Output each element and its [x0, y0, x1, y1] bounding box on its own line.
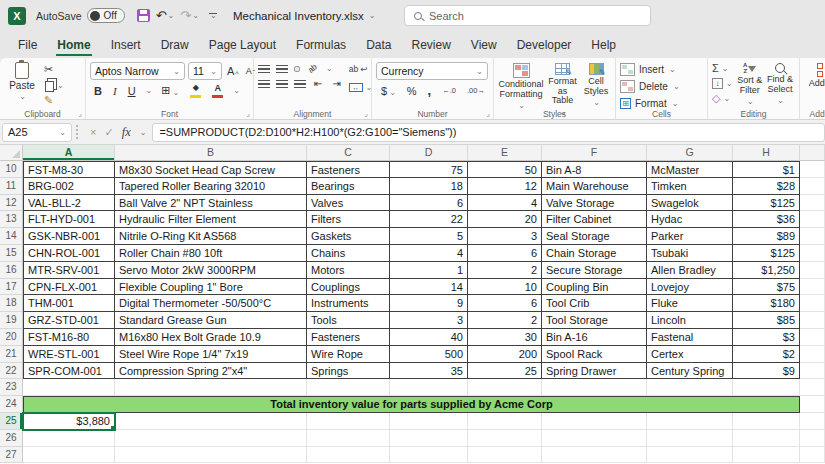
- cell-D17[interactable]: 14: [390, 279, 468, 296]
- cell-H17[interactable]: $75: [733, 279, 800, 296]
- tab-insert[interactable]: Insert: [101, 31, 151, 58]
- search-box[interactable]: Search: [404, 5, 651, 26]
- cell-F13[interactable]: Filter Cabinet: [542, 211, 647, 228]
- select-all-corner[interactable]: [0, 145, 23, 161]
- cell-I23[interactable]: [800, 379, 825, 396]
- cell-H16[interactable]: $1,250: [733, 262, 800, 279]
- cell-B11[interactable]: Tapered Roller Bearing 32010: [115, 178, 307, 195]
- cell-D22[interactable]: 35: [390, 363, 468, 380]
- sort-filter-button[interactable]: AZ Sort & Filter ⌄: [735, 62, 765, 108]
- decrease-indent-button[interactable]: ⇤: [312, 78, 324, 89]
- font-name-select[interactable]: Aptos Narrow⌄: [90, 62, 185, 80]
- cell-B17[interactable]: Flexible Coupling 1" Bore: [115, 279, 307, 296]
- cell-D25[interactable]: [390, 413, 468, 430]
- percent-style-button[interactable]: %: [405, 85, 419, 97]
- row-header-16[interactable]: 16: [0, 262, 23, 279]
- cell-E27[interactable]: [468, 447, 542, 464]
- cell-G10[interactable]: McMaster: [647, 161, 733, 178]
- tab-view[interactable]: View: [461, 31, 507, 58]
- tab-data[interactable]: Data: [356, 31, 401, 58]
- cell-E20[interactable]: 30: [468, 329, 542, 346]
- cell-E16[interactable]: 2: [468, 262, 542, 279]
- cell-C25[interactable]: [307, 413, 390, 430]
- cell-H15[interactable]: $125: [733, 245, 800, 262]
- cell-C20[interactable]: Fasteners: [307, 329, 390, 346]
- cell-H11[interactable]: $28: [733, 178, 800, 195]
- cell-F27[interactable]: [542, 447, 647, 464]
- cell-H25[interactable]: [733, 413, 800, 430]
- cell-C12[interactable]: Valves: [307, 195, 390, 212]
- cell-C14[interactable]: Gaskets: [307, 228, 390, 245]
- row-header-18[interactable]: 18: [0, 295, 23, 312]
- row-header-12[interactable]: 12: [0, 195, 23, 212]
- cell-styles-button[interactable]: ✎ Cell Styles ⌄: [581, 62, 611, 109]
- cell-F25[interactable]: [542, 413, 647, 430]
- cell-E19[interactable]: 2: [468, 312, 542, 329]
- align-center-icon[interactable]: [276, 80, 288, 88]
- copy-button[interactable]: ⌄: [44, 78, 64, 92]
- row-header-14[interactable]: 14: [0, 228, 23, 245]
- row-header-11[interactable]: 11: [0, 178, 23, 195]
- cell-A12[interactable]: VAL-BLL-2: [23, 195, 115, 212]
- find-select-button[interactable]: Find & Select ⌄: [765, 62, 795, 107]
- row-header-26[interactable]: 26: [0, 430, 23, 447]
- tab-help[interactable]: Help: [581, 31, 626, 58]
- orientation-button[interactable]: ab: [305, 61, 321, 76]
- cell-B18[interactable]: Digital Thermometer -50/500°C: [115, 295, 307, 312]
- cell-I12[interactable]: [800, 195, 825, 212]
- customize-qat-button[interactable]: ⌄: [207, 12, 219, 19]
- fill-button[interactable]: ↓⌄: [712, 78, 733, 89]
- accounting-format-button[interactable]: $⌄: [379, 85, 398, 97]
- cell-I19[interactable]: [800, 312, 825, 329]
- increase-indent-button[interactable]: ⇥: [330, 78, 342, 89]
- cell-A15[interactable]: CHN-ROL-001: [23, 245, 115, 262]
- cell-I13[interactable]: [800, 211, 825, 228]
- cell-C13[interactable]: Filters: [307, 211, 390, 228]
- cell-H12[interactable]: $125: [733, 195, 800, 212]
- increase-decimal-button[interactable]: ←.0: [440, 86, 458, 95]
- chevron-down-icon[interactable]: ⌄: [233, 86, 240, 95]
- decrease-decimal-button[interactable]: .00→: [465, 86, 487, 95]
- cell-D18[interactable]: 9: [390, 295, 468, 312]
- column-header-A[interactable]: A: [23, 145, 115, 161]
- cell-I22[interactable]: [800, 363, 825, 380]
- dialog-launcher-icon[interactable]: ⌟: [486, 109, 490, 118]
- cell-G22[interactable]: Century Spring: [647, 363, 733, 380]
- cell-C11[interactable]: Bearings: [307, 178, 390, 195]
- cell-D14[interactable]: 5: [390, 228, 468, 245]
- cell-G13[interactable]: Hydac: [647, 211, 733, 228]
- cell-H27[interactable]: [733, 447, 800, 464]
- cell-I25[interactable]: [800, 413, 825, 430]
- cell-F11[interactable]: Main Warehouse: [542, 178, 647, 195]
- clear-button[interactable]: ◇⌄: [712, 93, 733, 104]
- cell-F16[interactable]: Secure Storage: [542, 262, 647, 279]
- cell-A22[interactable]: SPR-COM-001: [23, 363, 115, 380]
- cell-C23[interactable]: [307, 379, 390, 396]
- cell-G15[interactable]: Tsubaki: [647, 245, 733, 262]
- cell-E15[interactable]: 6: [468, 245, 542, 262]
- chevron-down-icon[interactable]: ⌄: [192, 11, 199, 20]
- cell-H21[interactable]: $2: [733, 346, 800, 363]
- cell-A18[interactable]: THM-001: [23, 295, 115, 312]
- column-header-H[interactable]: H: [733, 145, 800, 161]
- row-header-27[interactable]: 27: [0, 447, 23, 464]
- cell-B16[interactable]: Servo Motor 2kW 3000RPM: [115, 262, 307, 279]
- cell-H14[interactable]: $89: [733, 228, 800, 245]
- column-header-I[interactable]: [800, 145, 825, 161]
- cell-G20[interactable]: Fastenal: [647, 329, 733, 346]
- cell-H18[interactable]: $180: [733, 295, 800, 312]
- column-header-G[interactable]: G: [647, 145, 733, 161]
- cell-E12[interactable]: 4: [468, 195, 542, 212]
- cell-A27[interactable]: [23, 447, 115, 464]
- row-header-25[interactable]: 25: [0, 413, 23, 430]
- cell-I10[interactable]: [800, 161, 825, 178]
- cell-A20[interactable]: FST-M16-80: [23, 329, 115, 346]
- cell-B19[interactable]: Standard Grease Gun: [115, 312, 307, 329]
- cell-A10[interactable]: FST-M8-30: [23, 161, 115, 178]
- cell-I11[interactable]: [800, 178, 825, 195]
- cell-E11[interactable]: 12: [468, 178, 542, 195]
- borders-button[interactable]: ⊞⌄: [159, 84, 181, 97]
- cell-G18[interactable]: Fluke: [647, 295, 733, 312]
- cell-C10[interactable]: Fasteners: [307, 161, 390, 178]
- merged-banner-cell[interactable]: Total inventory value for parts supplied…: [23, 396, 800, 413]
